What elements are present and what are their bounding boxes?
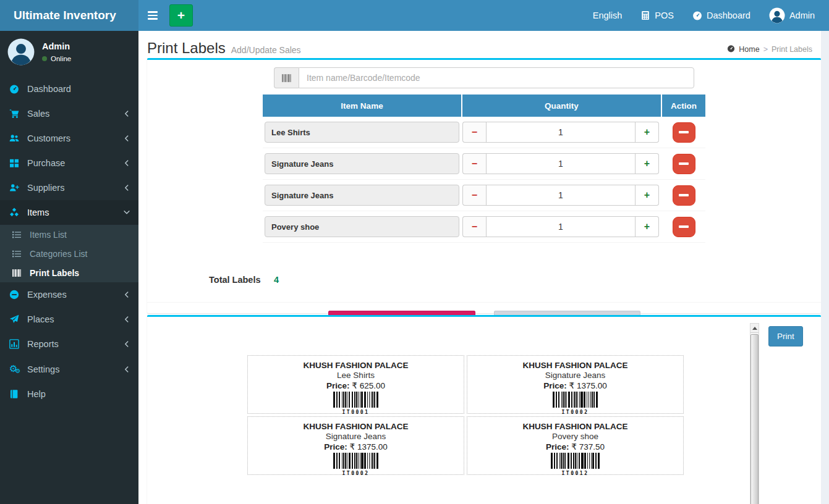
quick-add-button[interactable]: + [169,4,193,27]
sidebar-item-customers[interactable]: Customers [0,126,138,151]
chevron-left-icon [122,365,131,374]
chevron-left-icon [122,183,131,192]
content-right-margin [821,31,829,504]
gears-icon: ⚙⚙ [9,364,23,374]
item-name-field[interactable] [265,122,459,143]
items-table: Item Name Quantity Action −+−+−+−+ [263,94,705,243]
remove-row-button[interactable] [673,154,695,174]
user-name: Admin [42,41,71,51]
printed-label: KHUSH FASHION PALACESignature JeansPrice… [467,355,684,414]
sidebar-item-suppliers[interactable]: Suppliers [0,175,138,200]
breadcrumb-home-link[interactable]: Home [739,45,759,54]
grid-icon [9,158,23,168]
breadcrumb-current: Print Labels [772,45,812,54]
label-barcode-image [333,392,378,408]
label-barcode-image [553,392,597,408]
quantity-increase-button[interactable]: + [636,185,659,206]
sidebar-item-expenses[interactable]: Expenses [0,282,138,307]
online-status-label: Online [51,55,71,62]
navbar-link-admin[interactable]: Admin [760,0,824,31]
item-search-input[interactable] [299,67,694,88]
print-button[interactable]: Print [768,326,803,346]
sidebar-item-dashboard[interactable]: Dashboard [0,77,138,101]
minus-circle-icon [9,290,23,300]
navbar-link-pos[interactable]: POS [631,0,683,31]
page-subtitle: Add/Update Sales [231,45,301,55]
sidebar-subitem-print-labels[interactable]: Print Labels [0,263,138,282]
label-barcode-image [333,453,378,469]
quantity-increase-button[interactable]: + [636,153,659,174]
quantity-decrease-button[interactable]: − [462,153,486,174]
labels-grid: KHUSH FASHION PALACELee ShirtsPrice: ₹ 6… [247,355,684,475]
sidebar-item-places[interactable]: Places [0,307,138,332]
gauge-icon [692,10,702,20]
sidebar-toggle-button[interactable] [138,0,167,31]
remove-row-button[interactable] [673,217,695,237]
label-store-name: KHUSH FASHION PALACE [248,422,464,431]
scrollbar-thumb[interactable] [750,334,759,504]
quantity-increase-button[interactable]: + [636,216,659,237]
label-price: Price: ₹ 1375.00 [248,442,464,452]
breadcrumb-separator: > [763,45,768,54]
navbar-link-dashboard[interactable]: Dashboard [683,0,760,31]
sidebar-subitem-items-list[interactable]: Items List [0,225,138,244]
sidebar-item-help[interactable]: Help [0,382,138,406]
sidebar-item-settings[interactable]: ⚙⚙Settings [0,356,138,382]
sidebar-item-reports[interactable]: Reports [0,332,138,356]
total-labels-label: Total Labels [209,275,261,285]
quantity-increase-button[interactable]: + [636,122,659,143]
quantity-input[interactable] [486,153,636,174]
printed-label: KHUSH FASHION PALACESignature JeansPrice… [247,416,464,475]
sidebar-item-purchase[interactable]: Purchase [0,151,138,175]
item-name-field[interactable] [265,153,459,174]
quantity-input[interactable] [486,122,636,143]
calculator-icon [640,10,650,20]
print-labels-form-box: Item Name Quantity Action −+−+−+−+ Total… [147,58,821,313]
online-status-icon [42,56,47,61]
remove-row-button[interactable] [673,185,695,206]
sidebar-item-items[interactable]: Items [0,200,138,225]
quantity-decrease-button[interactable]: − [462,185,486,206]
label-store-name: KHUSH FASHION PALACE [467,361,683,370]
quantity-input[interactable] [486,216,636,237]
labels-preview-box: Print KHUSH FASHION PALACELee ShirtsPric… [147,315,821,504]
barcode-icon [274,67,299,88]
quantity-decrease-button[interactable]: − [462,122,486,143]
navbar-link-label: Admin [789,10,815,20]
label-item-name: Signature Jeans [467,371,683,380]
plus-icon: + [644,190,650,201]
item-name-field[interactable] [265,185,459,206]
minus-icon [679,194,689,196]
quantity-input[interactable] [486,185,636,206]
table-body: −+−+−+−+ [263,117,705,243]
chevron-down-icon [122,208,131,217]
chevron-left-icon [122,340,131,348]
label-item-code: IT0001 [248,410,464,415]
chevron-left-icon [122,134,131,143]
navbar-link-label: Dashboard [707,10,750,20]
avatar-icon [769,7,785,23]
plus-icon: + [177,8,185,22]
table-row: −+ [263,211,705,243]
minus-icon [679,225,689,228]
chart-icon [9,339,23,349]
item-name-field[interactable] [265,216,459,237]
preview-scrollbar[interactable] [750,323,759,504]
minus-icon: − [472,127,477,138]
remove-row-button[interactable] [673,122,695,143]
navbar-link-english[interactable]: English [584,0,632,31]
quantity-decrease-button[interactable]: − [462,216,486,237]
page-title: Print Labels [147,40,226,57]
label-item-name: Signature Jeans [248,432,464,441]
table-row: −+ [263,180,705,211]
scrollbar-up-button[interactable] [750,324,759,333]
minus-icon [679,131,689,133]
app-logo[interactable]: Ultimate Inventory [0,0,138,31]
sidebar: Admin Online DashboardSalesCustomersPurc… [0,31,138,504]
sidebar-subitem-categories-list[interactable]: Categories List [0,244,138,263]
column-header-action: Action [662,94,705,117]
plus-icon: + [644,158,650,169]
user-avatar [7,38,35,65]
sidebar-item-sales[interactable]: Sales [0,101,138,126]
hamburger-icon [148,11,158,12]
